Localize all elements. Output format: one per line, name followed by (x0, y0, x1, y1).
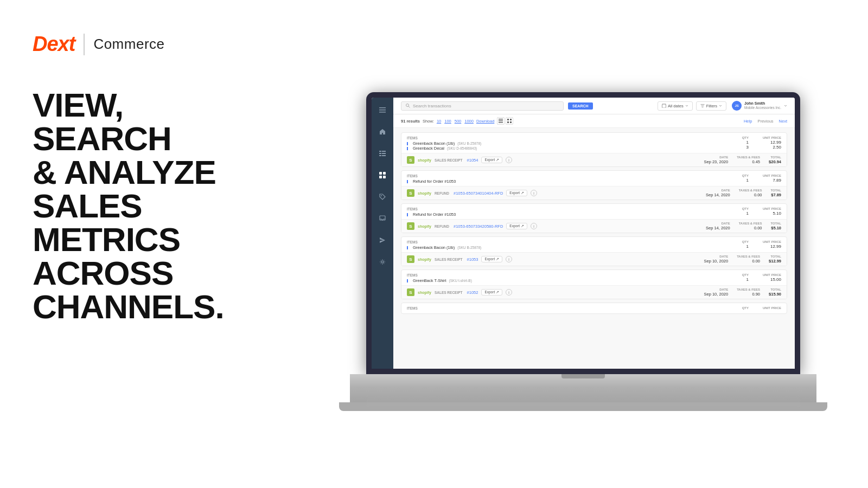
info-button[interactable]: i (531, 223, 537, 229)
view-list-button[interactable] (497, 117, 505, 125)
item-sku: (SKU B-25878) (457, 246, 481, 249)
item-sku: (SKU B-25878) (457, 142, 481, 145)
tx-id[interactable]: #1053-650734010404-RFD (454, 191, 503, 196)
sidebar-icon-settings[interactable] (376, 256, 388, 268)
headline-line1: VIEW, SEARCH (33, 88, 255, 156)
unit-price-label: UNIT PRICE (760, 207, 781, 210)
date-value: Sep 14, 2020 (706, 192, 730, 197)
date-value: Sep 23, 2020 (704, 159, 729, 164)
export-button[interactable]: Export ↗ (506, 223, 527, 229)
item-sku: (SKU t-shirt-B) (449, 279, 472, 282)
tx-items-section: ITEMS Greenback Bacon (1lb) (SKU B-25878… (407, 136, 727, 151)
unit-price-label: UNIT PRICE (760, 136, 781, 139)
svg-rect-25 (499, 120, 503, 121)
tx-item-line: Refund for Order #1053 (407, 179, 727, 184)
view-grid-button[interactable] (506, 117, 513, 125)
shopify-icon: S (407, 255, 414, 263)
export-button[interactable]: Export ↗ (481, 289, 502, 296)
qty-col: QTY 1 (727, 207, 749, 216)
unit-price-value: 12.99 (760, 140, 781, 145)
show-10[interactable]: 10 (437, 119, 441, 124)
table-row: ITEMS Refund for Order #1053 QTY (401, 170, 787, 200)
show-100[interactable]: 100 (444, 119, 451, 124)
taxes-value: 0.00 (737, 259, 760, 264)
tx-id[interactable]: #1052 (467, 290, 478, 295)
sidebar-icon-grid[interactable] (376, 169, 388, 181)
laptop-screen: Search transactions SEARCH All dates (366, 92, 800, 374)
unit-price-col: UNIT PRICE 7.89 (760, 174, 781, 183)
date-filter-label: All dates (668, 104, 684, 108)
logo-area: Dext Commerce (33, 33, 255, 56)
info-button[interactable]: i (506, 256, 512, 262)
qty-label: QTY (727, 136, 749, 139)
tx-id[interactable]: #1053-650733420580-RFD (454, 224, 503, 229)
date-filter[interactable]: All dates (658, 101, 693, 111)
tx-meta-cols: QTY UNIT PRICE (727, 306, 781, 310)
sidebar-icon-send[interactable] (376, 234, 388, 246)
export-button[interactable]: Export ↗ (481, 256, 502, 262)
tx-meta-cols: QTY 1 UNIT PRICE 12.99 (727, 240, 781, 249)
svg-rect-26 (499, 122, 503, 123)
tx-bottom: S shopify SALES RECEIPT #1054 Export ↗ i (401, 153, 787, 166)
qty-label: QTY (727, 174, 749, 177)
tx-source: S shopify REFUND #1053-650734010404-RFD … (407, 189, 537, 197)
sidebar-icon-hamburger[interactable] (376, 104, 388, 116)
info-button[interactable]: i (531, 190, 537, 196)
previous-link[interactable]: Previous (757, 119, 773, 124)
qty-col: QTY 1 (727, 174, 749, 183)
calendar-icon (662, 104, 666, 108)
tx-items-section: ITEMS (407, 306, 727, 311)
taxes-col: TAXES & FEES 0.45 (737, 156, 760, 164)
show-500[interactable]: 500 (455, 119, 462, 124)
export-button[interactable]: Export ↗ (481, 157, 502, 163)
results-right: Help Previous Next (744, 119, 787, 124)
date-col: DATE Sep 14, 2020 (706, 189, 730, 197)
top-bar: Search transactions SEARCH All dates (393, 98, 795, 114)
svg-rect-28 (510, 119, 512, 120)
right-panel: Search transactions SEARCH All dates (298, 0, 868, 488)
svg-point-15 (381, 261, 384, 263)
search-placeholder: Search transactions (413, 104, 451, 108)
transactions-list: ITEMS Greenback Bacon (1lb) (SKU B-25878… (393, 128, 795, 369)
total-value: $7.89 (771, 192, 781, 197)
qty-col: QTY 1 (727, 273, 749, 282)
item-dot (407, 279, 410, 282)
tx-id[interactable]: #1054 (467, 158, 478, 163)
qty-value: 1 (727, 211, 749, 216)
sidebar-icon-inbox[interactable] (376, 213, 388, 224)
export-button[interactable]: Export ↗ (506, 190, 527, 196)
tx-id[interactable]: #1053 (467, 257, 478, 262)
headline: VIEW, SEARCH & ANALYZE SALES METRICS ACR… (33, 88, 255, 324)
shopify-name: shopify (418, 158, 431, 162)
chevron-down-icon (685, 104, 688, 107)
unit-price-value: 15.00 (760, 277, 781, 282)
sidebar-icon-list[interactable] (376, 147, 388, 159)
headline-line5: CHANNELS. (33, 290, 255, 324)
show-options: 10 100 500 1000 (437, 119, 474, 124)
info-button[interactable]: i (506, 157, 512, 163)
show-1000[interactable]: 1000 (464, 119, 474, 124)
search-box[interactable]: Search transactions (401, 101, 564, 111)
help-link[interactable]: Help (744, 119, 752, 124)
items-label: ITEMS (407, 240, 727, 244)
download-button[interactable]: Download (476, 119, 494, 124)
taxes-label: TAXES & FEES (737, 288, 760, 291)
filters-label: Filters (706, 104, 717, 108)
total-label: TOTAL (771, 189, 781, 192)
sidebar-icon-tag[interactable] (376, 191, 388, 203)
shopify-icon: S (407, 222, 414, 230)
unit-price-col: UNIT PRICE 12.99 (760, 240, 781, 249)
sidebar-icon-home[interactable] (376, 126, 388, 138)
main-area: Search transactions SEARCH All dates (393, 98, 795, 369)
search-button[interactable]: SEARCH (568, 102, 593, 110)
date-col: DATE Sep 10, 2020 (704, 288, 729, 297)
taxes-label: TAXES & FEES (739, 222, 762, 225)
tx-date-area: DATE Sep 14, 2020 TAXES & FEES 0.00 TOTA… (706, 189, 781, 197)
filters-button[interactable]: Filters (696, 101, 726, 111)
search-icon (406, 104, 410, 108)
taxes-value: 0.00 (739, 192, 762, 197)
info-button[interactable]: i (506, 289, 512, 296)
next-link[interactable]: Next (779, 119, 787, 124)
item-name: Greenback Bacon (1lb) (413, 245, 455, 250)
table-row: ITEMS Greenback Bacon (1lb) (SKU B-25878… (401, 236, 787, 266)
